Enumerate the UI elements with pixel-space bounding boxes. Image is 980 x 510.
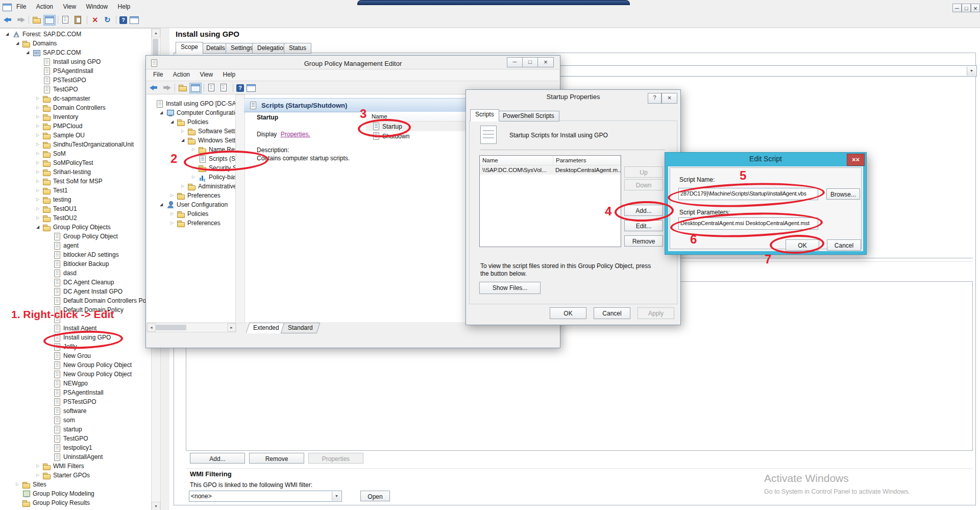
tree-item[interactable]: Bitlocker Backup [0,259,150,269]
menu-view[interactable]: View [195,69,217,80]
tree-item[interactable]: Test1 [0,186,150,195]
expander-collapsed-icon[interactable] [170,193,177,198]
remove-button[interactable]: Remove [624,235,663,247]
tree-item[interactable]: Install using GPO [0,57,150,66]
show-window-icon[interactable] [130,16,139,24]
tree-item[interactable]: DC Agent Cleanup [0,278,150,287]
back-icon[interactable] [3,15,13,25]
tab-scripts[interactable]: Scripts [470,109,499,122]
tree-item[interactable]: Starter GPOs [0,471,150,480]
menu-view[interactable]: View [59,2,80,12]
tree-item[interactable]: DC Agent Install GPO [0,287,150,296]
expander-collapsed-icon[interactable] [36,188,43,193]
console-tree-toggle-icon[interactable] [45,16,54,24]
security-add-button[interactable]: Add... [190,453,245,464]
ok-button[interactable]: OK [550,307,586,319]
menu-window[interactable]: Window [82,2,112,12]
script-row[interactable]: \\SAP.DC.COM\SysVol...DesktopCentralAgen… [480,165,621,175]
close-icon[interactable]: × [847,154,865,166]
scripts-list[interactable]: Name Parameters \\SAP.DC.COM\SysVol...De… [479,155,621,247]
expander-collapsed-icon[interactable] [36,124,43,129]
expander-collapsed-icon[interactable] [36,215,43,221]
back-icon[interactable] [149,83,159,92]
cancel-button[interactable]: Cancel [827,239,861,251]
tree-item[interactable]: Preferences [146,218,235,228]
show-files-button[interactable]: Show Files... [479,282,541,294]
tree-item[interactable]: Group Policy Objects [0,223,150,232]
expander-collapsed-icon[interactable] [191,175,199,180]
column-name[interactable]: Name [480,156,553,165]
delete-icon[interactable] [90,15,101,25]
tree-item[interactable]: dasd [0,269,150,278]
column-parameters[interactable]: Parameters [553,156,621,165]
close-icon[interactable] [537,57,554,67]
tree-item[interactable]: PMPCloud [0,122,150,131]
tree-item[interactable]: PSAgentInstall [0,388,150,397]
expander-collapsed-icon[interactable] [36,151,43,156]
tree-item[interactable]: SindhuTestOrganizationalUnit [0,140,150,149]
wmi-open-button[interactable]: Open [360,491,390,501]
forward-icon[interactable] [161,83,172,92]
tree-item[interactable]: TestOU2 [0,213,150,223]
scroll-down-icon[interactable]: ▼ [152,502,160,510]
wmi-filter-combo[interactable]: <none> ▼ [189,491,342,502]
tab-scope[interactable]: Scope [176,42,203,54]
tree-item[interactable]: Policy-based QoS [146,173,235,182]
tree-item[interactable]: PSTestGPO [0,76,150,85]
menu-action[interactable]: Action [32,2,57,12]
tree-item[interactable]: New Group Policy Object [0,370,150,379]
minimize-icon[interactable] [952,4,962,12]
tab-standard[interactable]: Standard [281,323,321,333]
tree-item[interactable]: Software Settings [146,127,235,136]
expander-expanded-icon[interactable] [159,202,166,207]
tree-item[interactable]: Group Policy Modeling [0,489,150,498]
properties-icon[interactable] [207,83,217,92]
expander-expanded-icon[interactable] [181,138,188,143]
forward-icon[interactable] [15,15,26,25]
tree-item[interactable]: PSAgentInstall [0,66,150,76]
tree-item[interactable]: Policies [146,117,235,127]
tab-status[interactable]: Status [284,43,311,54]
menu-action[interactable]: Action [169,69,194,80]
tree-item[interactable]: TestGPO [0,434,150,443]
edit-button[interactable]: Edit... [624,220,663,231]
close-icon[interactable] [971,4,980,12]
dropdown-arrow-icon[interactable]: ▼ [967,66,976,76]
expander-expanded-icon[interactable] [26,50,33,55]
tree-item[interactable]: dc-sapmaster [0,94,150,103]
tree-item[interactable]: SoM [0,149,150,158]
tree-item[interactable]: Group Policy Results [0,498,150,507]
expander-collapsed-icon[interactable] [15,482,22,487]
tree-item[interactable]: Domain Controllers [0,103,150,112]
tab-extended[interactable]: Extended [246,323,287,333]
tree-item[interactable]: Install using GPO [DC-SAPMAST [146,99,235,108]
tree-item[interactable]: New Grou [0,351,150,360]
expander-collapsed-icon[interactable] [36,464,43,469]
expander-collapsed-icon[interactable] [36,133,43,138]
tree-item[interactable]: TestGPO [0,85,150,94]
properties-link[interactable]: Properties. [281,131,310,138]
help-icon[interactable] [119,16,127,24]
expander-collapsed-icon[interactable] [36,105,43,110]
tree-item[interactable]: Administrative Temp [146,182,235,191]
tree-item[interactable]: NEWgpo [0,379,150,388]
scrollbar-thumb[interactable] [156,325,186,330]
tree-item[interactable]: SoMPolicyTest [0,158,150,167]
browse-button[interactable]: Browse... [826,188,860,200]
gpme-tree-hscrollbar[interactable]: ◄ ► [146,323,236,332]
maximize-icon[interactable] [962,4,971,12]
expander-collapsed-icon[interactable] [36,142,43,147]
minimize-icon[interactable] [507,57,523,67]
console-tree-toggle-icon[interactable] [191,84,200,92]
tree-item[interactable]: Computer Configuration [146,108,235,117]
tab-powershell-scripts[interactable]: PowerShell Scripts [498,111,559,122]
expander-collapsed-icon[interactable] [181,184,188,189]
menu-help[interactable]: Help [114,2,135,12]
tree-item[interactable]: Test SoM for MSP [0,177,150,186]
export-icon[interactable] [219,83,230,92]
expander-collapsed-icon[interactable] [36,473,43,478]
security-remove-button[interactable]: Remove [249,453,304,464]
help-titlebar-icon[interactable]: ? [648,93,662,104]
tree-item[interactable]: UninstallAgent [0,452,150,462]
copy-icon[interactable] [61,15,71,25]
